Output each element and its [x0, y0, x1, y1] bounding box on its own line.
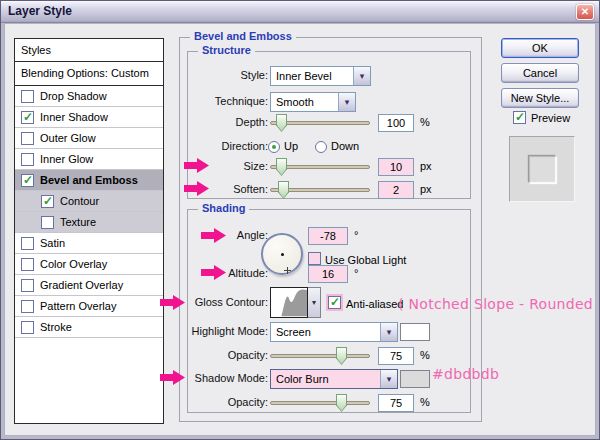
altitude-label: Altitude:: [188, 267, 268, 279]
sidebar-item-texture[interactable]: Texture: [15, 212, 163, 233]
sidebar-item-gradient-overlay[interactable]: Gradient Overlay: [15, 275, 163, 296]
structure-group: Structure Style: Inner Bevel ▾ Technique…: [187, 51, 471, 199]
chevron-down-icon[interactable]: ▾: [380, 323, 397, 341]
direction-radio-down[interactable]: [315, 141, 327, 153]
gradient-overlay-checkbox[interactable]: [21, 279, 34, 292]
inner-shadow-checkbox[interactable]: [21, 111, 34, 124]
sidebar-item-bevel-and-emboss[interactable]: Bevel and Emboss: [15, 170, 163, 191]
direction-up-label[interactable]: Up: [284, 140, 298, 152]
chevron-down-icon[interactable]: ▾: [353, 67, 370, 85]
annotation-hex-note: #dbdbdb: [432, 366, 499, 382]
cancel-button[interactable]: Cancel: [501, 63, 579, 83]
sidebar-item-label: Color Overlay: [40, 258, 107, 270]
size-unit: px: [420, 160, 432, 172]
sidebar-item-drop-shadow[interactable]: Drop Shadow: [15, 86, 163, 107]
technique-value: Smooth: [271, 93, 338, 111]
shadow-mode-select[interactable]: Color Burn ▾: [270, 369, 398, 389]
slider-track[interactable]: [270, 401, 370, 405]
highlight-mode-row: Highlight Mode: Screen ▾: [188, 322, 472, 342]
depth-input[interactable]: 100: [378, 114, 414, 132]
altitude-input[interactable]: 16: [308, 265, 348, 283]
gloss-contour-thumbnail[interactable]: [270, 287, 308, 318]
anti-aliased-checkbox[interactable]: [328, 296, 341, 309]
sidebar-item-label: Inner Shadow: [40, 111, 108, 123]
style-select[interactable]: Inner Bevel ▾: [270, 66, 371, 86]
satin-checkbox[interactable]: [21, 237, 34, 250]
preview-checkbox[interactable]: [513, 111, 526, 124]
sidebar-item-label: Inner Glow: [40, 153, 93, 165]
shadow-mode-row: Shadow Mode: Color Burn ▾: [188, 369, 472, 389]
angle-unit: °: [354, 229, 358, 241]
close-button[interactable]: ✕: [576, 4, 594, 20]
gloss-contour-label: Gloss Contour:: [188, 296, 268, 308]
highlight-opacity-slider[interactable]: [270, 346, 370, 366]
technique-row: Technique: Smooth ▾: [188, 92, 472, 112]
slider-thumb[interactable]: [278, 181, 289, 199]
window-title: Layer Style: [8, 4, 72, 18]
slider-thumb[interactable]: [276, 158, 287, 176]
contour-checkbox[interactable]: [41, 195, 54, 208]
style-label: Style:: [188, 69, 268, 81]
sidebar-item-label: Contour: [60, 195, 99, 207]
shadow-opacity-input[interactable]: 75: [378, 394, 414, 412]
color-overlay-checkbox[interactable]: [21, 258, 34, 271]
slider-track[interactable]: [270, 354, 370, 358]
bevel-and-emboss-checkbox[interactable]: [21, 174, 34, 187]
size-input[interactable]: 10: [378, 158, 414, 176]
sidebar-item-pattern-overlay[interactable]: Pattern Overlay: [15, 296, 163, 317]
soften-slider[interactable]: [270, 180, 370, 200]
sidebar-item-label: Drop Shadow: [40, 90, 107, 102]
depth-unit: %: [420, 116, 430, 128]
shadow-mode-value: Color Burn: [271, 370, 380, 388]
sidebar-item-stroke[interactable]: Stroke: [15, 317, 163, 338]
new-style-button[interactable]: New Style...: [501, 88, 579, 108]
gloss-contour-picker[interactable]: ▾: [270, 287, 321, 318]
annotation-gloss-note: ( Notched Slope - Rounded ): [398, 296, 600, 312]
shadow-opacity-slider[interactable]: [270, 393, 370, 413]
drop-shadow-checkbox[interactable]: [21, 90, 34, 103]
sidebar-item-outer-glow[interactable]: Outer Glow: [15, 128, 163, 149]
slider-thumb[interactable]: [336, 347, 347, 365]
shadow-color-swatch[interactable]: [400, 370, 430, 388]
anti-aliased-label[interactable]: Anti-aliased: [346, 298, 403, 310]
slider-thumb[interactable]: [336, 394, 347, 412]
sidebar-item-inner-shadow[interactable]: Inner Shadow: [15, 107, 163, 128]
styles-header: Styles: [15, 39, 163, 62]
technique-select[interactable]: Smooth ▾: [270, 92, 356, 112]
inner-glow-checkbox[interactable]: [21, 153, 34, 166]
style-row: Style: Inner Bevel ▾: [188, 66, 472, 86]
ok-button[interactable]: OK: [501, 38, 579, 58]
preview-bevel-sample: [529, 156, 556, 183]
stroke-checkbox[interactable]: [21, 321, 34, 334]
highlight-mode-select[interactable]: Screen ▾: [270, 322, 398, 342]
slider-thumb[interactable]: [276, 114, 287, 132]
titlebar[interactable]: Layer Style ✕: [1, 1, 599, 23]
chevron-down-icon[interactable]: ▾: [338, 93, 355, 111]
depth-slider[interactable]: [270, 113, 370, 133]
shadow-opacity-row: Opacity: 75 %: [188, 393, 472, 413]
outer-glow-checkbox[interactable]: [21, 132, 34, 145]
soften-input[interactable]: 2: [378, 181, 414, 199]
direction-radio-up[interactable]: [268, 141, 280, 153]
angle-input[interactable]: -78: [308, 227, 348, 245]
highlight-opacity-input[interactable]: 75: [378, 347, 414, 365]
direction-down-label[interactable]: Down: [331, 140, 359, 152]
angle-row: Angle: -78 °: [188, 226, 472, 246]
opacity-label: Opacity:: [188, 349, 268, 361]
sidebar-item-satin[interactable]: Satin: [15, 233, 163, 254]
sidebar-item-blending-options[interactable]: Blending Options: Custom: [15, 62, 163, 86]
texture-checkbox[interactable]: [41, 216, 54, 229]
size-slider[interactable]: [270, 157, 370, 177]
opacity-label: Opacity:: [188, 396, 268, 408]
highlight-color-swatch[interactable]: [400, 323, 430, 341]
sidebar-item-label: Bevel and Emboss: [40, 174, 138, 186]
gloss-contour-dropdown-button[interactable]: ▾: [308, 287, 321, 318]
sidebar-item-contour[interactable]: Contour: [15, 191, 163, 212]
chevron-down-icon[interactable]: ▾: [380, 370, 397, 388]
size-row: Size: 10 px: [188, 157, 472, 177]
sidebar-item-inner-glow[interactable]: Inner Glow: [15, 149, 163, 170]
preview-label[interactable]: Preview: [531, 112, 570, 124]
sidebar-item-color-overlay[interactable]: Color Overlay: [15, 254, 163, 275]
pattern-overlay-checkbox[interactable]: [21, 300, 34, 313]
style-value: Inner Bevel: [271, 67, 353, 85]
